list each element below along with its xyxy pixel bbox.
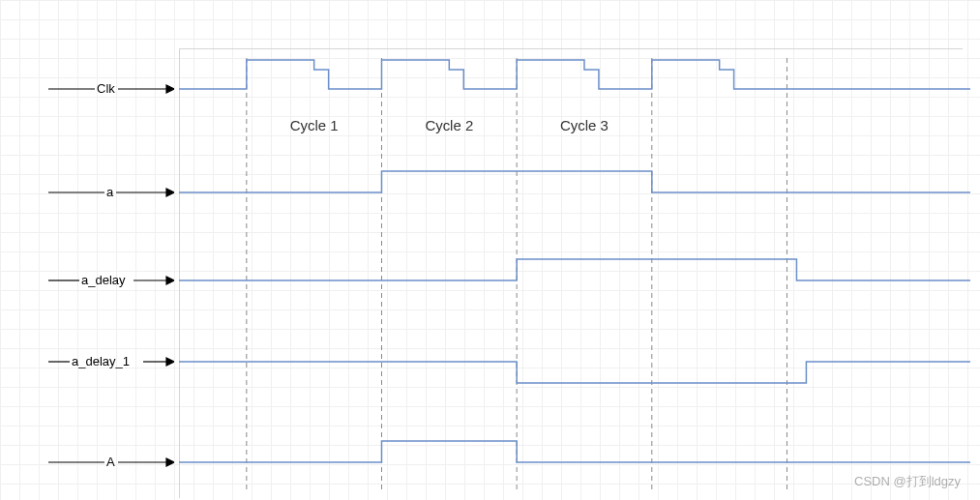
cycle-label-2: Cycle 2 [425, 117, 473, 133]
svg-marker-8 [166, 277, 174, 284]
arrow-a-delay: a_delay [48, 273, 174, 288]
wave-A [179, 441, 970, 462]
wave-a-delay-1 [179, 362, 970, 383]
svg-marker-11 [166, 358, 174, 366]
waveform-svg: Cycle 1 Cycle 2 Cycle 3 [179, 0, 970, 500]
svg-marker-14 [166, 458, 174, 466]
watermark: CSDN @打到ldgzy [854, 473, 961, 490]
waveform-area: Cycle 1 Cycle 2 Cycle 3 [179, 0, 970, 500]
diagram-container: Clk a a_delay a_delay_1 [0, 0, 980, 500]
label-A: A [48, 455, 174, 470]
arrow-clk: Clk [48, 81, 174, 97]
wave-clk [179, 60, 970, 89]
cycle-label-1: Cycle 1 [290, 117, 339, 133]
arrow-A: A [48, 455, 174, 470]
label-text-a-delay: a_delay [81, 273, 126, 287]
label-text-a-delay-1: a_delay_1 [72, 354, 130, 368]
wave-a [179, 171, 970, 192]
label-a-delay: a_delay [48, 273, 174, 288]
label-text-a: a [106, 185, 114, 199]
label-clk: Clk [48, 81, 174, 97]
arrow-a-delay-1: a_delay_1 [48, 354, 174, 369]
arrow-a: a [48, 185, 174, 200]
label-text-clk: Clk [97, 81, 115, 96]
label-a-delay-1: a_delay_1 [48, 354, 174, 369]
svg-marker-2 [166, 85, 174, 93]
wave-a-delay [179, 259, 970, 280]
label-text-A: A [106, 455, 115, 469]
cycle-label-3: Cycle 3 [560, 117, 609, 133]
label-a: a [48, 185, 174, 200]
svg-marker-5 [166, 189, 174, 196]
